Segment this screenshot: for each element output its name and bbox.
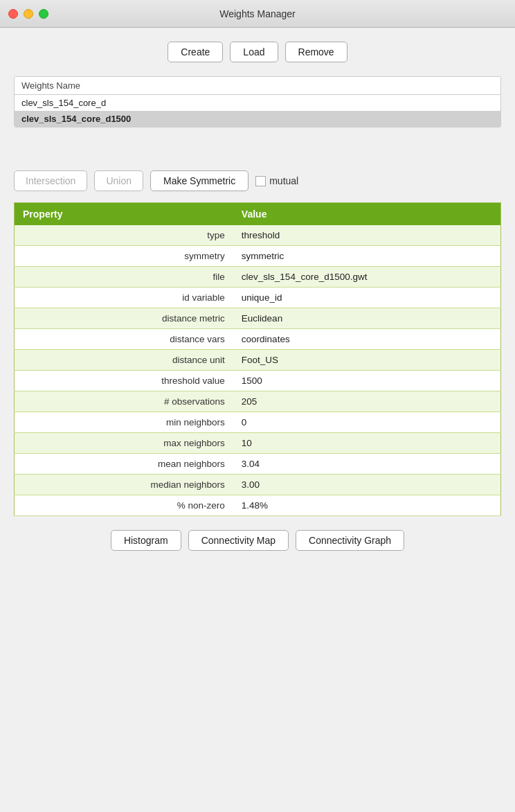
weights-header: Weights Name xyxy=(15,77,500,95)
maximize-button[interactable] xyxy=(39,9,48,19)
minimize-button[interactable] xyxy=(24,9,33,19)
table-header-row: Property Value xyxy=(15,203,501,226)
remove-button[interactable]: Remove xyxy=(285,42,347,62)
value-cell: threshold xyxy=(233,225,501,246)
value-cell: 1.48% xyxy=(233,495,501,516)
histogram-button[interactable]: Histogram xyxy=(111,530,181,551)
properties-table: Property Value typethresholdsymmetrysymm… xyxy=(14,202,501,516)
close-button[interactable] xyxy=(8,9,18,19)
weights-table: Weights Name clev_sls_154_core_d clev_sl… xyxy=(14,76,501,127)
property-cell: threshold value xyxy=(15,371,233,391)
property-cell: id variable xyxy=(15,288,233,308)
value-cell: 1500 xyxy=(233,371,501,391)
mutual-label: mutual xyxy=(269,175,298,186)
value-cell: Foot_US xyxy=(233,350,501,371)
set-operations: Intersection Union Make Symmetric mutual xyxy=(14,170,501,191)
property-cell: % non-zero xyxy=(15,495,233,516)
property-cell: distance unit xyxy=(15,350,233,371)
connectivity-graph-button[interactable]: Connectivity Graph xyxy=(296,530,404,551)
intersection-button[interactable]: Intersection xyxy=(14,170,87,191)
value-cell: 3.04 xyxy=(233,454,501,475)
property-cell: distance metric xyxy=(15,308,233,329)
property-cell: median neighbors xyxy=(15,475,233,495)
table-row: median neighbors3.00 xyxy=(15,475,501,495)
union-button[interactable]: Union xyxy=(94,170,143,191)
weights-row[interactable]: clev_sls_154_core_d xyxy=(15,95,500,111)
property-cell: type xyxy=(15,225,233,246)
table-row: symmetrysymmetric xyxy=(15,246,501,267)
value-cell: coordinates xyxy=(233,329,501,350)
property-cell: symmetry xyxy=(15,246,233,267)
main-content: Create Load Remove Weights Name clev_sls… xyxy=(0,28,515,565)
property-cell: file xyxy=(15,267,233,288)
window-controls[interactable] xyxy=(8,9,48,19)
table-row: fileclev_sls_154_core_d1500.gwt xyxy=(15,267,501,288)
mutual-container: mutual xyxy=(255,175,298,186)
table-row: distance unitFoot_US xyxy=(15,350,501,371)
property-cell: mean neighbors xyxy=(15,454,233,475)
property-cell: # observations xyxy=(15,391,233,412)
value-cell: 0 xyxy=(233,412,501,433)
table-row: threshold value1500 xyxy=(15,371,501,391)
property-cell: min neighbors xyxy=(15,412,233,433)
value-column-header: Value xyxy=(233,203,501,226)
table-row: # observations205 xyxy=(15,391,501,412)
load-button[interactable]: Load xyxy=(230,42,278,62)
value-cell: symmetric xyxy=(233,246,501,267)
table-row: min neighbors0 xyxy=(15,412,501,433)
table-row: % non-zero1.48% xyxy=(15,495,501,516)
connectivity-map-button[interactable]: Connectivity Map xyxy=(188,530,289,551)
value-cell: 205 xyxy=(233,391,501,412)
make-symmetric-button[interactable]: Make Symmetric xyxy=(150,170,249,191)
table-row: max neighbors10 xyxy=(15,433,501,454)
value-cell: 10 xyxy=(233,433,501,454)
value-cell: unique_id xyxy=(233,288,501,308)
window-title: Weights Manager xyxy=(219,8,295,19)
bottom-toolbar: Histogram Connectivity Map Connectivity … xyxy=(14,530,501,551)
property-cell: max neighbors xyxy=(15,433,233,454)
toolbar: Create Load Remove xyxy=(14,42,501,62)
create-button[interactable]: Create xyxy=(168,42,223,62)
table-row: distance metricEuclidean xyxy=(15,308,501,329)
value-cell: Euclidean xyxy=(233,308,501,329)
table-row: distance varscoordinates xyxy=(15,329,501,350)
property-column-header: Property xyxy=(15,203,233,226)
table-row: mean neighbors3.04 xyxy=(15,454,501,475)
mutual-checkbox[interactable] xyxy=(255,176,266,186)
value-cell: clev_sls_154_core_d1500.gwt xyxy=(233,267,501,288)
weights-row-selected[interactable]: clev_sls_154_core_d1500 xyxy=(15,111,500,127)
table-row: typethreshold xyxy=(15,225,501,246)
value-cell: 3.00 xyxy=(233,475,501,495)
title-bar: Weights Manager xyxy=(0,0,515,28)
table-row: id variableunique_id xyxy=(15,288,501,308)
property-cell: distance vars xyxy=(15,329,233,350)
